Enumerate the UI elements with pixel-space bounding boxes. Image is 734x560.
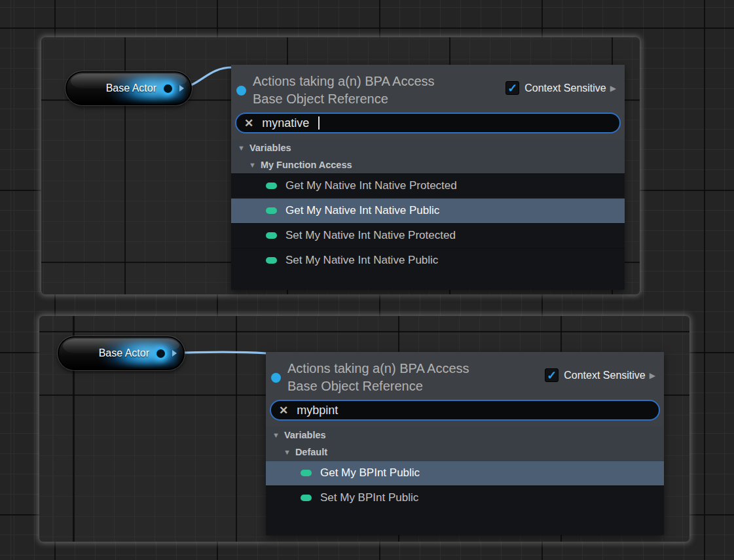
submenu-chevron-icon[interactable]: ▶ <box>650 371 655 380</box>
pin-arrow-icon <box>179 85 184 92</box>
list-item-label: Set My BPInt Public <box>320 491 418 504</box>
collapse-triangle-icon[interactable]: ▼ <box>284 448 291 456</box>
variable-pill-icon <box>301 495 312 501</box>
search-value: mynative <box>262 116 309 130</box>
action-list: Get My BPInt Public Set My BPInt Public <box>266 461 664 535</box>
list-item-label: Get My Native Int Native Public <box>285 204 439 217</box>
list-item-label: Get My BPInt Public <box>320 466 420 480</box>
collapse-triangle-icon[interactable]: ▼ <box>249 161 256 169</box>
graph-panel-top: Base Actor Actions taking a(n) BPA Acces… <box>41 37 640 294</box>
pin-type-dot-icon <box>236 86 246 96</box>
menu-header: Actions taking a(n) BPA Access Base Obje… <box>266 352 664 427</box>
section-variables[interactable]: ▼ Variables <box>266 427 664 444</box>
context-action-menu: Actions taking a(n) BPA Access Base Obje… <box>266 352 664 535</box>
variable-pill-icon <box>266 183 277 189</box>
section-my-function-access[interactable]: ▼ My Function Access <box>231 156 625 173</box>
section-label: Variables <box>284 430 326 440</box>
check-icon: ✓ <box>547 370 557 381</box>
list-item[interactable]: Set My Native Int Native Public <box>231 248 625 273</box>
section-default[interactable]: ▼ Default <box>266 444 664 461</box>
context-sensitive-label: Context Sensitive <box>524 82 606 94</box>
list-item-selected[interactable]: Get My Native Int Native Public <box>231 198 625 223</box>
section-variables[interactable]: ▼ Variables <box>231 139 625 156</box>
menu-title: Actions taking a(n) BPA Access Base Obje… <box>253 73 435 108</box>
submenu-chevron-icon[interactable]: ▶ <box>610 84 616 93</box>
list-item-label: Set My Native Int Native Public <box>285 254 438 267</box>
clear-search-icon[interactable]: ✕ <box>279 405 288 416</box>
checkbox-checked-icon[interactable]: ✓ <box>545 368 559 382</box>
graph-panel-bottom: Base Actor Actions taking a(n) BPA Acces… <box>39 316 689 542</box>
action-list: Get My Native Int Native Protected Get M… <box>231 173 625 290</box>
collapse-triangle-icon[interactable]: ▼ <box>238 144 245 152</box>
context-sensitive-toggle[interactable]: ✓ Context Sensitive <box>545 368 646 382</box>
search-value: mybpint <box>297 404 338 417</box>
pin-arrow-icon <box>172 350 177 357</box>
check-icon: ✓ <box>507 82 517 94</box>
blueprint-graph-canvas: { "icons": { "clear": "✕", "check": "✓",… <box>0 0 734 560</box>
clear-search-icon[interactable]: ✕ <box>244 118 253 129</box>
list-item[interactable]: Set My Native Int Native Protected <box>231 223 625 248</box>
variable-pill-icon <box>266 257 277 264</box>
variable-pill-icon <box>266 232 277 239</box>
output-pin[interactable] <box>155 347 167 360</box>
list-item-selected[interactable]: Get My BPInt Public <box>266 461 664 485</box>
output-pin[interactable] <box>162 82 174 95</box>
section-label: Default <box>295 447 327 457</box>
context-sensitive-toggle[interactable]: ✓ Context Sensitive <box>505 81 606 95</box>
variable-pill-icon <box>266 207 277 214</box>
collapse-triangle-icon[interactable]: ▼ <box>272 431 280 439</box>
context-action-menu: Actions taking a(n) BPA Access Base Obje… <box>231 65 625 290</box>
base-actor-node[interactable]: Base Actor <box>65 71 192 105</box>
section-label: Variables <box>249 143 291 153</box>
node-title: Base Actor <box>106 82 156 94</box>
search-input[interactable]: ✕ mynative <box>235 113 621 133</box>
list-item[interactable]: Get My Native Int Native Protected <box>231 173 625 198</box>
menu-title: Actions taking a(n) BPA Access Base Obje… <box>287 360 469 395</box>
node-title: Base Actor <box>99 347 149 359</box>
list-item-label: Set My Native Int Native Protected <box>285 229 456 242</box>
context-sensitive-label: Context Sensitive <box>564 370 646 381</box>
checkbox-checked-icon[interactable]: ✓ <box>505 81 519 95</box>
list-item[interactable]: Set My BPInt Public <box>266 485 664 510</box>
section-label: My Function Access <box>261 160 352 170</box>
search-input[interactable]: ✕ mybpint <box>270 400 660 421</box>
menu-header: Actions taking a(n) BPA Access Base Obje… <box>231 65 625 139</box>
variable-pill-icon <box>301 470 312 476</box>
text-caret <box>318 116 320 130</box>
list-item-label: Get My Native Int Native Protected <box>285 179 457 192</box>
pin-type-dot-icon <box>271 373 281 383</box>
base-actor-node[interactable]: Base Actor <box>58 336 185 370</box>
